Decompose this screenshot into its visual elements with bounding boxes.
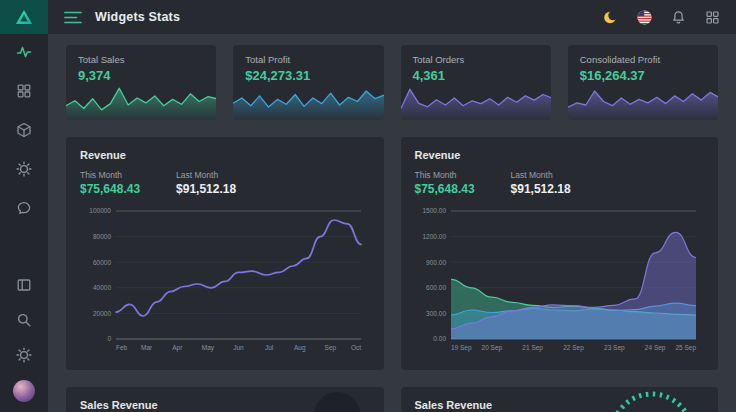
bottom-row: Sales Revenue $9,641.26 Sales Revenue $9… <box>66 387 718 412</box>
notifications-button[interactable] <box>671 10 686 25</box>
svg-text:0.00: 0.00 <box>433 335 446 342</box>
last-month-stat: Last Month $91,512.18 <box>511 170 571 196</box>
main-content: Total Sales 9,374 Total Profit $24,273.3… <box>48 34 736 412</box>
revenue-line-chart: 020000400006000080000100000FebMarAprMayJ… <box>80 203 369 353</box>
stat-card-label: Total Sales <box>78 54 204 65</box>
last-month-label: Last Month <box>176 170 236 180</box>
grid-icon <box>16 83 32 99</box>
svg-text:20000: 20000 <box>93 310 111 317</box>
sidebar <box>0 0 48 412</box>
svg-text:Oct: Oct <box>351 344 361 351</box>
stat-card-label: Consolidated Profit <box>580 54 706 65</box>
top-header: Widgets Stats <box>48 0 736 34</box>
search-icon <box>16 312 32 328</box>
stat-card-consolidated-profit: Consolidated Profit $16,264.37 <box>568 45 718 120</box>
stat-card-label: Total Profit <box>245 54 371 65</box>
svg-text:24 Sep: 24 Sep <box>644 344 665 352</box>
sparkline-chart <box>66 82 216 120</box>
svg-text:40000: 40000 <box>93 284 111 291</box>
last-month-stat: Last Month $91,512.18 <box>176 170 236 196</box>
chart-title: Revenue <box>80 149 370 161</box>
donut-chart <box>314 392 360 412</box>
activity-icon <box>16 44 32 60</box>
svg-text:21 Sep: 21 Sep <box>522 344 543 352</box>
chart-stats: This Month $75,648.43 Last Month $91,512… <box>80 170 370 196</box>
charts-row: Revenue This Month $75,648.43 Last Month… <box>66 137 718 370</box>
menu-toggle-button[interactable] <box>64 11 82 24</box>
svg-text:Jun: Jun <box>233 344 244 351</box>
gear-icon <box>16 161 32 177</box>
stat-card-value: 9,374 <box>78 68 204 83</box>
svg-text:60000: 60000 <box>93 259 111 266</box>
svg-text:Mar: Mar <box>141 344 153 351</box>
stat-card-value: 4,361 <box>413 68 539 83</box>
apps-menu-button[interactable] <box>705 10 720 25</box>
this-month-stat: This Month $75,648.43 <box>80 170 140 196</box>
user-avatar[interactable] <box>13 380 35 402</box>
svg-text:19 Sep: 19 Sep <box>451 344 472 352</box>
chat-icon <box>16 200 32 216</box>
theme-toggle-button[interactable] <box>603 10 618 25</box>
moon-icon <box>603 10 618 25</box>
svg-text:1200.00: 1200.00 <box>422 233 446 240</box>
chart-stats: This Month $75,648.43 Last Month $91,512… <box>415 170 705 196</box>
svg-text:300.00: 300.00 <box>426 310 446 317</box>
last-month-label: Last Month <box>511 170 571 180</box>
sidebar-item-products[interactable] <box>14 120 34 140</box>
sparkline-chart <box>568 82 718 120</box>
stat-card-value: $24,273.31 <box>245 68 371 83</box>
sidebar-item-search[interactable] <box>14 310 34 330</box>
app-logo[interactable] <box>0 0 48 34</box>
package-icon <box>16 122 32 138</box>
svg-text:May: May <box>202 344 215 352</box>
svg-text:22 Sep: 22 Sep <box>563 344 584 352</box>
stat-card-total-profit: Total Profit $24,273.31 <box>233 45 383 120</box>
stat-card-value: $16,264.37 <box>580 68 706 83</box>
stat-card-total-sales: Total Sales 9,374 <box>66 45 216 120</box>
this-month-stat: This Month $75,648.43 <box>415 170 475 196</box>
svg-text:900.00: 900.00 <box>426 259 446 266</box>
stat-card-total-orders: Total Orders 4,361 <box>401 45 551 120</box>
this-month-value: $75,648.43 <box>80 182 140 196</box>
svg-text:Apr: Apr <box>172 344 183 352</box>
header-actions <box>603 10 720 25</box>
svg-text:25 Sep: 25 Sep <box>675 344 696 352</box>
page-title: Widgets Stats <box>95 10 180 24</box>
us-flag-icon <box>637 10 652 25</box>
sparkline-chart <box>401 82 551 120</box>
gear-icon <box>16 347 32 363</box>
grid-icon <box>705 10 720 25</box>
sidebar-item-widgets[interactable] <box>14 81 34 101</box>
svg-text:100000: 100000 <box>89 207 111 214</box>
svg-text:Sep: Sep <box>325 344 337 352</box>
sidebar-item-analytics[interactable] <box>14 42 34 62</box>
revenue-card-right: Revenue This Month $75,648.43 Last Month… <box>401 137 719 370</box>
sidebar-item-layout[interactable] <box>14 275 34 295</box>
gauge-chart <box>604 390 700 412</box>
sidebar-item-preferences[interactable] <box>14 345 34 365</box>
svg-text:20 Sep: 20 Sep <box>481 344 502 352</box>
sparkline-chart <box>233 82 383 120</box>
this-month-label: This Month <box>80 170 140 180</box>
svg-text:23 Sep: 23 Sep <box>604 344 625 352</box>
language-selector-button[interactable] <box>637 10 652 25</box>
bell-icon <box>671 10 686 25</box>
svg-text:Jul: Jul <box>265 344 274 351</box>
sidebar-item-settings[interactable] <box>14 159 34 179</box>
this-month-value: $75,648.43 <box>415 182 475 196</box>
svg-text:1500.00: 1500.00 <box>422 207 446 214</box>
hamburger-icon <box>64 11 82 24</box>
svg-text:80000: 80000 <box>93 233 111 240</box>
svg-text:0: 0 <box>107 335 111 342</box>
sales-revenue-card-left: Sales Revenue $9,641.26 <box>66 387 384 412</box>
sidebar-nav-bottom <box>13 267 35 412</box>
svg-text:Feb: Feb <box>116 344 128 351</box>
stats-row: Total Sales 9,374 Total Profit $24,273.3… <box>66 45 718 120</box>
sidebar-item-messages[interactable] <box>14 198 34 218</box>
sales-revenue-card-right: Sales Revenue $9,641.26 <box>401 387 719 412</box>
layout-icon <box>16 277 32 293</box>
triangle-logo-icon <box>14 8 34 26</box>
svg-text:600.00: 600.00 <box>426 284 446 291</box>
last-month-value: $91,512.18 <box>511 182 571 196</box>
svg-text:Aug: Aug <box>294 344 306 352</box>
